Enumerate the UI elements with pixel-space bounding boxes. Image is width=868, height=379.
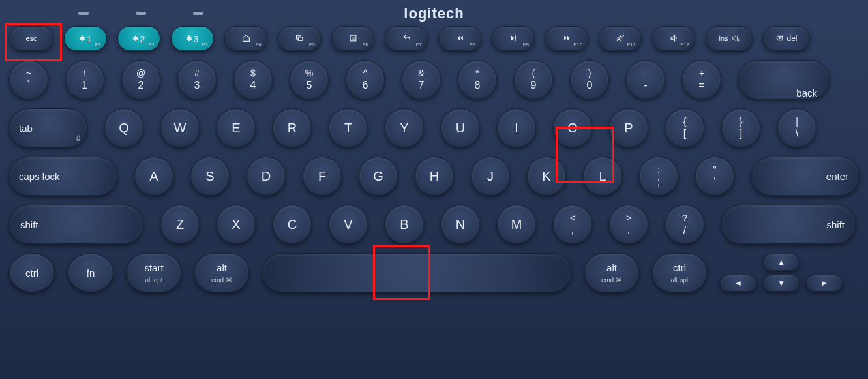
g-key[interactable]: G [359, 157, 398, 196]
backtick-key[interactable]: ~` [9, 60, 48, 99]
1-key[interactable]: !1 [65, 60, 104, 99]
j-key[interactable]: J [471, 157, 510, 196]
shift-right-key[interactable]: shift [721, 205, 856, 244]
8-key[interactable]: *8 [458, 60, 497, 99]
row-number: ~` !1 @2 #3 $4 %5 ^6 &7 *8 (9 )0 _- += b… [9, 60, 859, 99]
capslock-key[interactable]: caps lock [9, 157, 117, 196]
b-key[interactable]: B [385, 205, 424, 244]
home-key[interactable]: F4 [224, 26, 267, 51]
volume-icon [670, 34, 678, 44]
back-key[interactable]: F7 [385, 26, 428, 51]
6-key[interactable]: ^6 [346, 60, 385, 99]
0-key[interactable]: )0 [570, 60, 609, 99]
enter-label: enter [826, 171, 848, 182]
mute-key[interactable]: F11 [599, 26, 642, 51]
enter-key[interactable]: enter [751, 157, 860, 196]
period-key[interactable]: >. [609, 205, 648, 244]
w-key[interactable]: W [160, 108, 200, 147]
bt2-key[interactable]: ✱2 F2 [117, 26, 160, 51]
quote-key[interactable]: "' [695, 157, 734, 196]
fn-key[interactable]: fn [68, 253, 113, 292]
lbracket-key[interactable]: {[ [665, 108, 704, 147]
rewind-key[interactable]: F8 [438, 26, 481, 51]
home-icon [242, 34, 250, 44]
del-key[interactable]: del [763, 26, 810, 51]
q-key[interactable]: Q [104, 108, 143, 147]
bt1-key[interactable]: ✱1 F1 [64, 26, 107, 51]
minus-key[interactable]: _- [626, 60, 665, 99]
arrow-down-key[interactable]: ▼ [763, 275, 800, 292]
alt-left-key[interactable]: alt cmd ⌘ [194, 253, 249, 292]
space-key[interactable] [262, 253, 571, 292]
svg-rect-1 [298, 37, 303, 40]
f-sub: F4 [256, 42, 262, 48]
arrow-left-key[interactable]: ◄ [720, 275, 756, 292]
rbracket-key[interactable]: }] [721, 108, 760, 147]
back-key[interactable]: back [738, 60, 830, 99]
e-key[interactable]: E [217, 108, 256, 147]
app-switch-key[interactable]: F5 [278, 26, 321, 51]
ctrl-left-key[interactable]: ctrl [9, 253, 55, 292]
ins-label: ins [719, 35, 728, 42]
2-key[interactable]: @2 [121, 60, 160, 99]
shift-left-key[interactable]: shift [9, 205, 143, 244]
o-key[interactable]: O [553, 108, 592, 147]
n-key[interactable]: N [441, 205, 480, 244]
row-qwerty: tab ⎙ Q W E R T Y U I O P {[ }] |\ [9, 108, 859, 147]
f-sub: F5 [309, 42, 315, 48]
tab-label: tab [19, 123, 33, 134]
9-key[interactable]: (9 [514, 60, 553, 99]
4-key[interactable]: $4 [233, 60, 273, 99]
menu-key[interactable]: F6 [331, 26, 374, 51]
forward-key[interactable]: F10 [545, 26, 588, 51]
r-key[interactable]: R [273, 108, 312, 147]
z-key[interactable]: Z [160, 205, 200, 244]
row-function: esc ✱1 F1 ✱2 F2 ✱3 F3 F4 F5 F6 F7 [9, 26, 859, 51]
bt3-key[interactable]: ✱3 F3 [171, 26, 214, 51]
5-key[interactable]: %5 [290, 60, 329, 99]
del-icon [775, 34, 784, 44]
i-key[interactable]: I [497, 108, 536, 147]
h-key[interactable]: H [415, 157, 454, 196]
m-key[interactable]: M [497, 205, 536, 244]
c-key[interactable]: C [273, 205, 312, 244]
arrow-up-key[interactable]: ▲ [763, 254, 800, 271]
y-key[interactable]: Y [385, 108, 424, 147]
menu-icon [349, 34, 357, 44]
3-key[interactable]: #3 [177, 60, 217, 99]
p-key[interactable]: P [609, 108, 648, 147]
backslash-key[interactable]: |\ [777, 108, 816, 147]
equals-key[interactable]: += [682, 60, 721, 99]
l-key[interactable]: L [583, 157, 622, 196]
v-key[interactable]: V [329, 205, 368, 244]
t-key[interactable]: T [329, 108, 368, 147]
f-sub: F8 [470, 42, 475, 48]
arrow-right-key[interactable]: ► [806, 275, 843, 292]
start-key[interactable]: start alt opt [127, 253, 181, 292]
semicolon-key[interactable]: :; [639, 157, 678, 196]
slash-key[interactable]: ?/ [665, 205, 704, 244]
k-key[interactable]: K [527, 157, 566, 196]
playpause-key[interactable]: F9 [492, 26, 535, 51]
ins-key[interactable]: ins [706, 26, 753, 51]
esc-key[interactable]: esc [9, 26, 53, 51]
comma-key[interactable]: <, [553, 205, 592, 244]
f-sub: F7 [416, 42, 422, 48]
row-modifiers: ctrl fn start alt opt alt cmd ⌘ alt cmd … [9, 253, 859, 292]
d-key[interactable]: D [247, 157, 286, 196]
u-key[interactable]: U [441, 108, 480, 147]
capslock-label: caps lock [19, 171, 60, 182]
tab-key[interactable]: tab ⎙ [9, 108, 87, 147]
a-key[interactable]: A [134, 157, 173, 196]
s-key[interactable]: S [190, 157, 230, 196]
volume-key[interactable]: F12 [652, 26, 695, 51]
f-key[interactable]: F [303, 157, 342, 196]
7-key[interactable]: &7 [402, 60, 441, 99]
alt-right-key[interactable]: alt cmd ⌘ [584, 253, 639, 292]
x-key[interactable]: X [217, 205, 256, 244]
shift-label: shift [20, 219, 38, 230]
bt-indicators [78, 12, 203, 15]
indicator-1 [78, 12, 89, 15]
f-sub: F3 [202, 42, 208, 48]
ctrl-right-key[interactable]: ctrl alt opt [652, 253, 707, 292]
